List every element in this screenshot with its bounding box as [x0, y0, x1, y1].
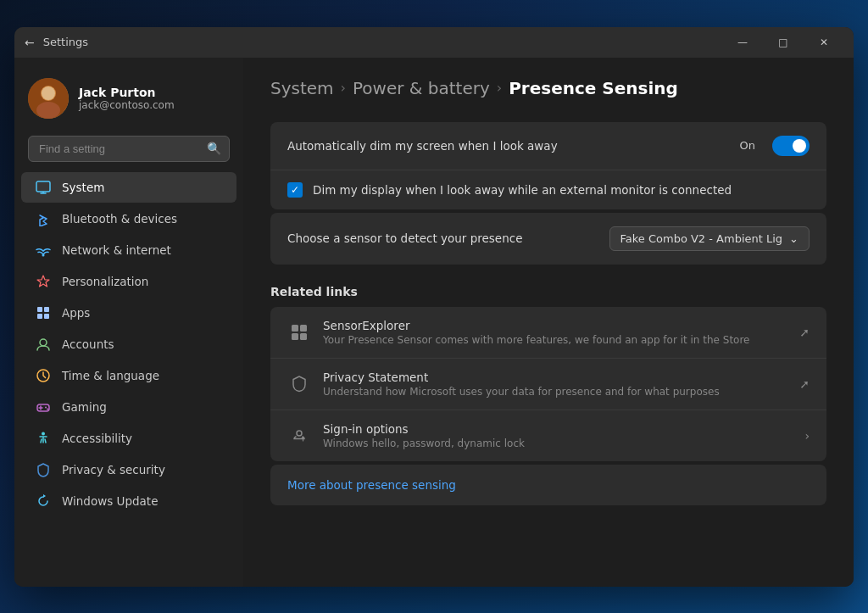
search-box: 🔍: [28, 136, 230, 162]
sidebar-item-personalization[interactable]: Personalization: [21, 266, 236, 297]
sidebar-item-label: Accounts: [62, 337, 114, 351]
svg-point-12: [40, 339, 47, 346]
auto-dim-toggle[interactable]: [772, 136, 810, 156]
sidebar-item-label: Bluetooth & devices: [62, 212, 177, 226]
chevron-down-icon: ⌄: [789, 232, 798, 245]
personalization-icon: [35, 273, 52, 290]
svg-rect-8: [37, 307, 42, 312]
toggle-row: On: [740, 136, 810, 156]
breadcrumb: System › Power & battery › Presence Sens…: [270, 78, 826, 98]
sign-in-title: Sign-in options: [323, 422, 793, 436]
svg-point-7: [42, 254, 45, 256]
gaming-icon: [35, 398, 52, 415]
more-about-link[interactable]: More about presence sensing: [270, 465, 826, 505]
minimize-button[interactable]: —: [723, 29, 762, 56]
sidebar-item-privacy[interactable]: Privacy & security: [21, 454, 236, 485]
sensor-explorer-text: SensorExplorer Your Presence Sensor come…: [323, 319, 787, 346]
search-input[interactable]: [28, 136, 230, 162]
svg-point-24: [297, 431, 302, 436]
time-icon: [35, 367, 52, 384]
accessibility-icon: [35, 430, 52, 447]
privacy-statement-row[interactable]: Privacy Statement Understand how Microso…: [270, 359, 826, 410]
main-content: System › Power & battery › Presence Sens…: [243, 58, 854, 587]
accounts-icon: [35, 336, 52, 353]
sensor-explorer-icon: [287, 320, 311, 344]
sidebar-item-label: System: [62, 181, 104, 194]
sensor-select-row: Choose a sensor to detect your presence …: [270, 213, 826, 265]
sidebar-item-bluetooth[interactable]: Bluetooth & devices: [21, 203, 236, 234]
window-title: Settings: [43, 36, 723, 48]
sensor-explorer-row[interactable]: SensorExplorer Your Presence Sensor come…: [270, 307, 826, 359]
external-monitor-label: Dim my display when I look away while an…: [313, 183, 732, 197]
sidebar-item-update[interactable]: Windows Update: [21, 486, 236, 516]
sensor-card: Choose a sensor to detect your presence …: [270, 213, 826, 265]
external-link-icon-2: ➚: [799, 377, 810, 391]
checkbox-check-icon: ✓: [291, 184, 299, 196]
related-links-card: SensorExplorer Your Presence Sensor come…: [270, 307, 826, 461]
svg-point-2: [36, 102, 60, 119]
network-icon: [35, 242, 52, 259]
sidebar-item-accounts[interactable]: Accounts: [21, 329, 236, 359]
sign-in-text: Sign-in options Windows hello, password,…: [323, 422, 793, 449]
user-info: Jack Purton jack@contoso.com: [79, 86, 175, 111]
user-name: Jack Purton: [79, 86, 175, 99]
sign-in-subtitle: Windows hello, password, dynamic lock: [323, 437, 793, 449]
dim-card: Automatically dim my screen when I look …: [270, 122, 826, 209]
svg-rect-4: [36, 181, 50, 192]
sidebar-item-system[interactable]: System: [21, 172, 236, 203]
title-bar: ← Settings — □ ✕: [14, 27, 854, 58]
sidebar-item-label: Network & internet: [62, 243, 171, 257]
sidebar-item-gaming[interactable]: Gaming: [21, 392, 236, 422]
sidebar-item-accessibility[interactable]: Accessibility: [21, 423, 236, 454]
related-links-title: Related links: [270, 268, 826, 307]
search-icon: 🔍: [207, 142, 221, 155]
auto-dim-label: Automatically dim my screen when I look …: [287, 139, 740, 153]
breadcrumb-current: Presence Sensing: [509, 78, 678, 98]
sensor-dropdown[interactable]: Fake Combo V2 - Ambient Lig ⌄: [609, 226, 810, 251]
maximize-button[interactable]: □: [764, 29, 803, 56]
privacy-icon: [35, 461, 52, 478]
sensor-explorer-title: SensorExplorer: [323, 319, 787, 332]
window-content: Jack Purton jack@contoso.com 🔍 S: [14, 58, 854, 587]
breadcrumb-power[interactable]: Power & battery: [353, 78, 490, 98]
close-button[interactable]: ✕: [804, 29, 843, 56]
user-section: Jack Purton jack@contoso.com: [14, 71, 243, 136]
sidebar: Jack Purton jack@contoso.com 🔍 S: [14, 58, 243, 587]
sidebar-item-apps[interactable]: Apps: [21, 298, 236, 328]
svg-rect-23: [300, 333, 307, 340]
privacy-statement-title: Privacy Statement: [323, 371, 787, 384]
privacy-statement-icon: [287, 372, 311, 396]
external-monitor-row: ✓ Dim my display when I look away while …: [270, 170, 826, 209]
sidebar-item-label: Time & language: [62, 369, 159, 382]
auto-dim-row: Automatically dim my screen when I look …: [270, 122, 826, 170]
svg-rect-20: [292, 325, 298, 332]
privacy-statement-subtitle: Understand how Microsoft uses your data …: [323, 386, 787, 398]
svg-rect-11: [44, 314, 49, 319]
svg-point-18: [47, 408, 48, 410]
system-icon: [35, 179, 52, 196]
sidebar-item-network[interactable]: Network & internet: [21, 235, 236, 265]
sidebar-item-label: Privacy & security: [62, 463, 165, 476]
sidebar-item-time[interactable]: Time & language: [21, 360, 236, 391]
avatar: [28, 78, 69, 119]
svg-point-3: [42, 86, 55, 100]
sign-in-icon: [287, 424, 311, 448]
update-icon: [35, 493, 52, 510]
breadcrumb-sep-1: ›: [341, 80, 346, 96]
breadcrumb-system[interactable]: System: [270, 78, 334, 98]
sidebar-item-label: Personalization: [62, 275, 148, 288]
window-controls: — □ ✕: [723, 29, 843, 56]
back-button[interactable]: ←: [25, 36, 35, 49]
external-monitor-checkbox[interactable]: ✓: [287, 182, 303, 198]
sidebar-item-label: Accessibility: [62, 432, 132, 445]
user-email: jack@contoso.com: [79, 99, 175, 111]
sidebar-item-label: Apps: [62, 306, 90, 320]
svg-point-19: [42, 432, 45, 435]
chevron-right-icon: ›: [804, 429, 810, 443]
sensor-explorer-subtitle: Your Presence Sensor comes with more fea…: [323, 334, 787, 346]
svg-rect-22: [292, 333, 298, 340]
sign-in-options-row[interactable]: Sign-in options Windows hello, password,…: [270, 410, 826, 461]
sidebar-item-label: Gaming: [62, 400, 107, 414]
svg-rect-10: [37, 314, 42, 319]
svg-rect-9: [44, 307, 49, 312]
